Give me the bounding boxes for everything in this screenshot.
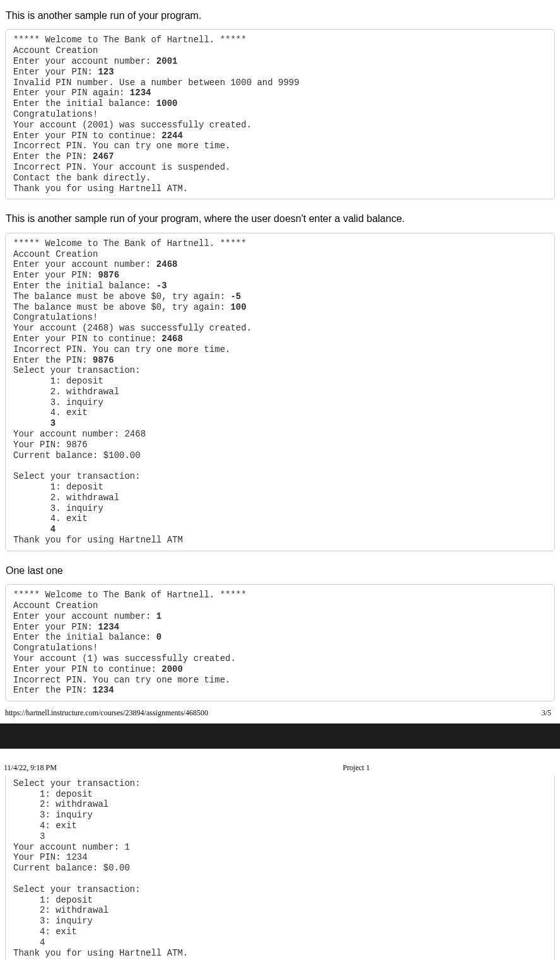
heading-sample-run-2: This is another sample run of your progr… <box>6 212 554 226</box>
footer-page-number: 3/5 <box>542 708 551 718</box>
sample-output-3-bottom: Select your transaction: 1: deposit 2: w… <box>5 776 555 960</box>
page-break <box>0 723 560 749</box>
page-header-4: 11/4/22, 9:18 PM Project 1 <box>0 749 560 776</box>
footer-url: https://hartnell.instructure.com/courses… <box>5 708 208 718</box>
sample-output-1: ***** Welcome to The Bank of Hartnell. *… <box>5 29 555 199</box>
sample-output-3-top: ***** Welcome to The Bank of Hartnell. *… <box>5 584 555 701</box>
heading-sample-run-3: One last one <box>6 564 554 578</box>
header-title: Project 1 <box>57 763 555 773</box>
heading-sample-run-1: This is another sample run of your progr… <box>6 9 554 23</box>
sample-output-2: ***** Welcome to The Bank of Hartnell. *… <box>5 233 555 551</box>
header-datetime: 11/4/22, 9:18 PM <box>4 763 57 773</box>
page-footer-3: https://hartnell.instructure.com/courses… <box>5 706 555 723</box>
